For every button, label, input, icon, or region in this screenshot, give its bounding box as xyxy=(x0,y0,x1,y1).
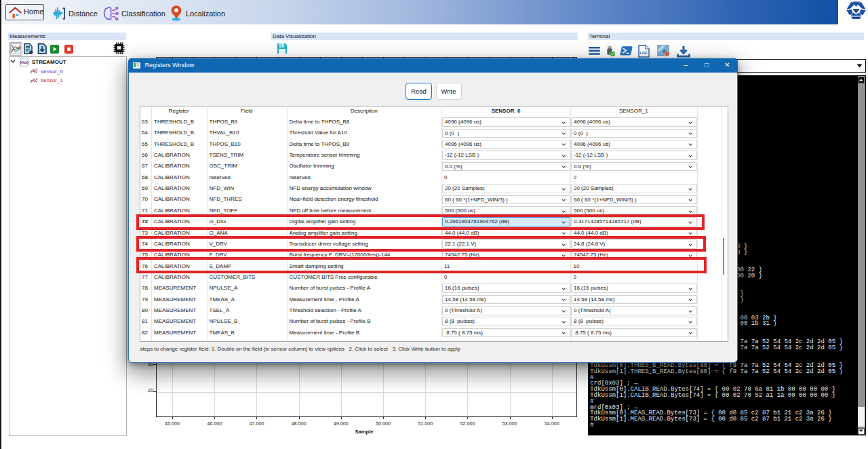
svg-text:LOG: LOG xyxy=(640,50,648,54)
